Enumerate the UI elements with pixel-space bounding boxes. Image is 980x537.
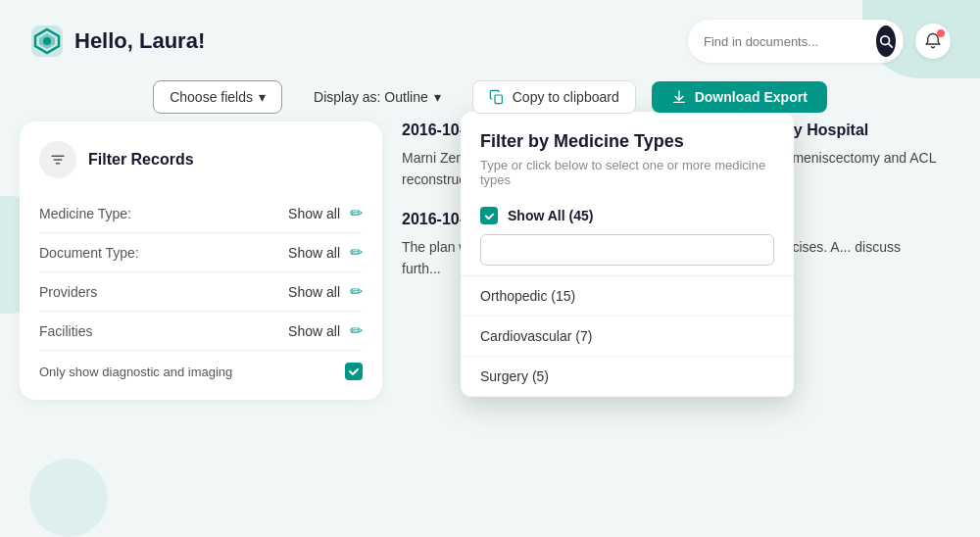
greeting-text: Hello, Laura! — [74, 28, 205, 54]
notification-button[interactable] — [915, 24, 951, 59]
filter-icon-bg — [39, 141, 76, 178]
search-button[interactable] — [876, 25, 896, 57]
modal-list: Orthopedic (15) Cardiovascular (7) Surge… — [461, 275, 794, 397]
divider-4 — [39, 350, 363, 351]
show-all-medicine[interactable]: Show all — [288, 206, 340, 221]
diagnostic-checkbox[interactable] — [345, 363, 363, 380]
main-content: Filter Records Medicine Type: Show all ✏… — [0, 122, 980, 531]
filter-header: Filter Records — [39, 141, 363, 178]
modal-search-input[interactable] — [480, 234, 774, 266]
filter-icon — [49, 151, 67, 169]
modal-subtitle: Type or click below to select one or mor… — [480, 158, 774, 187]
modal-list-item-surgery[interactable]: Surgery (5) — [461, 357, 794, 397]
svg-point-1 — [43, 37, 51, 45]
modal-search-row — [461, 234, 794, 275]
show-all-facilities[interactable]: Show all — [288, 323, 340, 339]
diagnostic-label: Only show diagnostic and imaging — [39, 365, 232, 379]
sidebar: Filter Records Medicine Type: Show all ✏… — [20, 122, 382, 531]
divider-2 — [39, 271, 363, 272]
filter-label-providers: Providers — [39, 284, 97, 300]
notification-dot — [937, 29, 945, 37]
filter-modal: Filter by Medicine Types Type or click b… — [461, 112, 794, 397]
svg-rect-4 — [495, 95, 502, 104]
chevron-down-icon-2: ▾ — [434, 89, 441, 105]
search-bar[interactable] — [688, 20, 904, 63]
modal-title: Filter by Medicine Types — [480, 131, 774, 152]
edit-icon-document[interactable]: ✏ — [350, 243, 363, 262]
download-icon — [671, 89, 687, 105]
logo-icon — [29, 24, 65, 59]
modal-list-item-cardiovascular[interactable]: Cardiovascular (7) — [461, 317, 794, 357]
divider-1 — [39, 232, 363, 233]
filter-card: Filter Records Medicine Type: Show all ✏… — [20, 122, 382, 400]
filter-label-medicine: Medicine Type: — [39, 206, 131, 221]
filter-row-medicine: Medicine Type: Show all ✏ — [39, 198, 363, 228]
filter-row-right-document: Show all ✏ — [288, 243, 363, 262]
copy-clipboard-button[interactable]: Copy to clipboard — [472, 80, 636, 114]
download-label: Download Export — [695, 89, 808, 105]
diagnostic-row: Only show diagnostic and imaging — [39, 355, 363, 380]
search-input[interactable] — [704, 34, 868, 49]
divider-3 — [39, 311, 363, 312]
check-icon — [348, 366, 360, 377]
edit-icon-medicine[interactable]: ✏ — [350, 204, 363, 222]
filter-row-document: Document Type: Show all ✏ — [39, 237, 363, 268]
filter-row-providers: Providers Show all ✏ — [39, 276, 363, 307]
modal-checkbox-all[interactable] — [480, 207, 498, 224]
logo-area: Hello, Laura! — [29, 24, 205, 59]
filter-row-right-facilities: Show all ✏ — [288, 321, 363, 340]
modal-show-all-label: Show All (45) — [508, 208, 593, 223]
modal-check-icon — [484, 211, 495, 221]
filter-label-document: Document Type: — [39, 245, 139, 261]
edit-icon-facilities[interactable]: ✏ — [350, 321, 363, 340]
filter-label-facilities: Facilities — [39, 323, 92, 339]
choose-fields-button[interactable]: Choose fields ▾ — [153, 80, 282, 114]
search-icon — [879, 34, 893, 48]
chevron-down-icon: ▾ — [259, 89, 266, 105]
modal-show-all-row[interactable]: Show All (45) — [461, 197, 794, 234]
show-all-providers[interactable]: Show all — [288, 284, 340, 300]
download-button[interactable]: Download Export — [652, 81, 827, 113]
copy-label: Copy to clipboard — [513, 89, 619, 105]
clipboard-icon — [489, 89, 505, 105]
choose-fields-label: Choose fields — [170, 89, 253, 105]
modal-header: Filter by Medicine Types Type or click b… — [461, 112, 794, 197]
filter-row-facilities: Facilities Show all ✏ — [39, 316, 363, 346]
edit-icon-providers[interactable]: ✏ — [350, 282, 363, 301]
filter-row-right-providers: Show all ✏ — [288, 282, 363, 301]
toolbar: Choose fields ▾ Display as: Outline ▾ Co… — [0, 73, 980, 122]
header-right — [688, 20, 951, 63]
display-label: Display as: Outline — [314, 89, 428, 105]
header: Hello, Laura! — [0, 0, 980, 73]
modal-list-item-orthopedic[interactable]: Orthopedic (15) — [461, 276, 794, 317]
svg-line-3 — [889, 44, 893, 48]
filter-row-right-medicine: Show all ✏ — [288, 204, 363, 222]
filter-title: Filter Records — [88, 151, 194, 169]
show-all-document[interactable]: Show all — [288, 245, 340, 261]
document-area: 2016-10-08: Writting, Shamika – Riversid… — [382, 122, 960, 531]
display-button[interactable]: Display as: Outline ▾ — [298, 81, 457, 113]
